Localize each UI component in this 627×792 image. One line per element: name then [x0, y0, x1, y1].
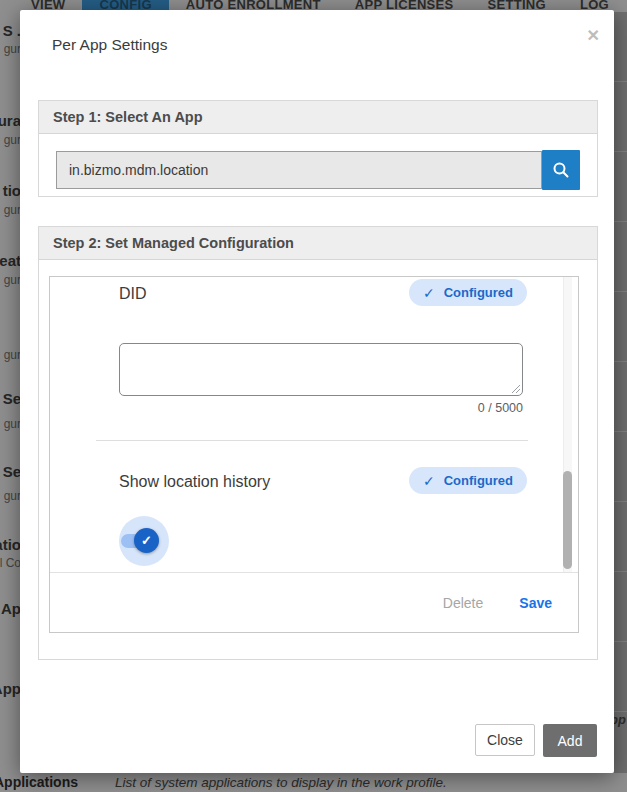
search-button[interactable] — [542, 150, 580, 190]
page: VIEW CONFIG AUTO ENROLLMENT APP LICENSES… — [0, 0, 627, 792]
bg-text-fragment: Ap — [0, 600, 21, 617]
bg-text-fragment: gur — [0, 348, 21, 362]
bg-applications-label: Applications — [0, 774, 78, 790]
check-icon: ✓ — [423, 473, 435, 489]
close-button[interactable]: Close — [475, 724, 535, 756]
check-icon: ✓ — [423, 285, 435, 301]
resize-grip-icon[interactable] — [510, 383, 520, 393]
panel-action-row: Delete Save — [50, 572, 578, 632]
panel-scrollbar-thumb[interactable] — [563, 471, 572, 569]
step1-section: Step 1: Select An App — [38, 100, 598, 197]
bg-text-fragment: tio — [0, 182, 21, 199]
field-label-show-location-history: Show location history — [119, 473, 270, 491]
bg-text-fragment: App — [0, 680, 21, 697]
bg-text-fragment: gur — [0, 273, 21, 287]
bg-text-fragment: gur — [0, 203, 21, 217]
bg-text-fragment: eat — [0, 252, 21, 269]
did-textarea[interactable] — [119, 343, 523, 396]
bg-text-fragment: ura — [0, 112, 21, 129]
step1-header: Step 1: Select An App — [39, 101, 597, 134]
bg-text-fragment: l Co — [0, 556, 21, 570]
background-bottom-row: Applications List of system applications… — [0, 773, 627, 792]
per-app-settings-modal: Per App Settings ✕ Step 1: Select An App… — [20, 10, 614, 773]
bg-text-fragment: gur — [0, 489, 21, 503]
bg-applications-description: List of system applications to display i… — [115, 775, 447, 790]
field-label-did: DID — [119, 285, 147, 303]
badge-label: Configured — [444, 285, 513, 300]
did-char-counter: 0 / 5000 — [119, 401, 523, 415]
managed-config-panel: DID ✓ Configured 0 / 5000 Show location … — [49, 276, 579, 633]
save-button[interactable]: Save — [519, 595, 552, 611]
bg-text-fragment: Se — [0, 463, 21, 480]
modal-title: Per App Settings — [52, 36, 167, 54]
bg-text-fragment: Se — [0, 390, 21, 407]
delete-button[interactable]: Delete — [443, 595, 483, 611]
app-package-input[interactable] — [56, 151, 542, 189]
bg-text-fragment: gur — [0, 42, 21, 56]
step2-section: Step 2: Set Managed Configuration DID ✓ … — [38, 226, 598, 660]
configured-badge-show-location-history: ✓ Configured — [409, 467, 527, 494]
step2-header: Step 2: Set Managed Configuration — [39, 227, 597, 260]
close-icon[interactable]: ✕ — [587, 28, 600, 44]
badge-label: Configured — [444, 473, 513, 488]
background-table-strip: pp — [614, 12, 627, 773]
add-button[interactable]: Add — [543, 724, 597, 757]
bg-text-fragment: atio — [0, 536, 21, 553]
bg-text-fragment: gur — [0, 417, 21, 431]
bg-text-fragment: gur — [0, 133, 21, 147]
field-divider — [96, 440, 528, 441]
toggle-thumb-check-icon[interactable]: ✓ — [134, 528, 159, 553]
managed-config-scroll-area: DID ✓ Configured 0 / 5000 Show location … — [50, 277, 578, 572]
configured-badge-did: ✓ Configured — [409, 279, 527, 306]
search-icon — [551, 160, 571, 180]
bg-text-fragment: . S — [0, 22, 21, 39]
